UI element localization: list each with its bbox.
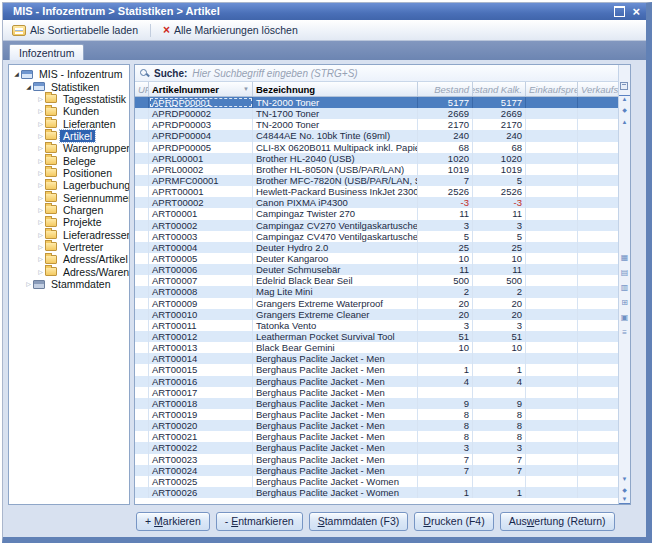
tab-infozentrum[interactable]: Infozentrum <box>9 44 84 60</box>
table-row[interactable]: ART00005Deuter Kangaroo1010 <box>135 253 619 264</box>
tree-item-statistiken[interactable]: ◢Statistiken <box>9 80 129 92</box>
table-row[interactable]: ART00020Berghaus Paclite Jacket - Men88 <box>135 420 619 431</box>
table-row[interactable]: ART00001Campingaz Twister 2701111 <box>135 208 619 219</box>
table-row[interactable]: ART00011Tatonka Vento33 <box>135 320 619 331</box>
expand-icon[interactable]: ▷ <box>36 144 45 152</box>
tree-item-adress-warengruppen[interactable]: ▷Adress/Warengruppen <box>9 266 129 278</box>
expand-icon[interactable]: ▷ <box>36 107 45 115</box>
search-bar[interactable]: Suche: Hier Suchbegriff eingeben (STRG+S… <box>135 65 630 82</box>
table-row[interactable]: ART00013Black Bear Gemini1010 <box>135 342 619 353</box>
table-row[interactable]: ART00018Berghaus Paclite Jacket - Men99 <box>135 398 619 409</box>
table-row[interactable]: ART00017Berghaus Paclite Jacket - Men <box>135 387 619 398</box>
tree-item-lagerbuchungen[interactable]: ▷Lagerbuchungen <box>9 179 129 191</box>
restore-window-icon[interactable] <box>614 6 625 17</box>
column-header-einkaufspreis[interactable]: Einkaufspreis <box>526 82 578 96</box>
column-chooser-icon[interactable] <box>620 82 628 90</box>
expand-icon[interactable]: ▷ <box>36 206 45 214</box>
expand-icon[interactable]: ▷ <box>36 95 45 103</box>
load-sort-table-button[interactable]: Als Sortiertabelle laden <box>8 23 142 37</box>
table-row[interactable]: ART00009Grangers Extreme Waterproof2020 <box>135 298 619 309</box>
expand-icon[interactable]: ▷ <box>36 169 45 177</box>
table-row[interactable]: ART00021Berghaus Paclite Jacket - Men88 <box>135 431 619 442</box>
tree-item-belege[interactable]: ▷Belege <box>9 154 129 166</box>
table-row[interactable]: APRDP00001TN-2000 Toner51775177 <box>135 97 619 108</box>
table-row[interactable]: APRT00001Hewlett-Packard Business InkJet… <box>135 186 619 197</box>
footer-button-drucken-f4[interactable]: Drucken (F4) <box>414 512 493 531</box>
collapse-icon[interactable]: ◢ <box>24 83 33 91</box>
tree-item-vertreter[interactable]: ▷Vertreter <box>9 241 129 253</box>
table-row[interactable]: APRL00002Brother HL-8050N (USB/PAR/LAN)1… <box>135 164 619 175</box>
column-header-verkaufspreis[interactable]: Verkaufspreis <box>578 82 619 96</box>
list-icon[interactable]: ≡ <box>619 328 630 337</box>
tree-item-warengruppen[interactable]: ▷Warengruppen <box>9 142 129 154</box>
grid-summary-icon[interactable]: ▦ <box>619 253 630 262</box>
table-row[interactable]: APRDP00003TN-2000 Toner21702170 <box>135 119 619 130</box>
collapse-icon[interactable]: ◢ <box>12 70 21 78</box>
scroll-nav-icon[interactable]: ◆ <box>619 107 630 114</box>
table-row[interactable]: ART00007Edelrid Black Bear Seil500500 <box>135 275 619 286</box>
table-row[interactable]: ART00019Berghaus Paclite Jacket - Men88 <box>135 409 619 420</box>
table-row[interactable]: APRL00001Brother HL-2040 (USB)10201020 <box>135 153 619 164</box>
scroll-to-top-icon[interactable]: ▲ <box>619 95 630 103</box>
table-row[interactable]: APRDP00005CLI-8X 0620B011 Multipack inkl… <box>135 142 619 153</box>
table-row[interactable]: APRMFC00001Brother MFC-7820N (USB/PAR/LA… <box>135 175 619 186</box>
footer-button-auswertung-return[interactable]: Auswertung (Return) <box>500 512 615 531</box>
expand-icon[interactable]: ▷ <box>36 218 45 226</box>
scroll-down-icon[interactable]: ▼ <box>619 476 630 483</box>
table-row[interactable]: ART00023Berghaus Paclite Jacket - Men77 <box>135 454 619 465</box>
expand-icon[interactable]: ▷ <box>36 157 45 165</box>
table-row[interactable]: ART00024Berghaus Paclite Jacket - Men77 <box>135 465 619 476</box>
table-row[interactable]: ART00002Campingaz CV270 Ventilgaskartusc… <box>135 220 619 231</box>
tree-item-artikel[interactable]: ▷Artikel <box>9 130 129 142</box>
tree-item-lieferanten[interactable]: ▷Lieferanten <box>9 117 129 129</box>
table-row[interactable]: ART00006Deuter Schmusebär1111 <box>135 264 619 275</box>
scroll-nav2-icon[interactable]: ◆ <box>619 487 630 494</box>
tree-item-projekte[interactable]: ▷Projekte <box>9 216 129 228</box>
table-row[interactable]: ART00012Leatherman Pocket Survival Tool5… <box>135 331 619 342</box>
expand-icon[interactable]: ▷ <box>36 243 45 251</box>
column-header-bestand-kalk-[interactable]: Bestand Kalk. <box>473 82 526 96</box>
column-header-artikelnummer[interactable]: Artikelnummer▼ <box>149 82 253 96</box>
table-row[interactable]: ART00022Berghaus Paclite Jacket - Men33 <box>135 442 619 453</box>
tree-item-chargen[interactable]: ▷Chargen <box>9 204 129 216</box>
select-cell-icon[interactable]: ▣ <box>619 313 630 322</box>
tree-item-kunden[interactable]: ▷Kunden <box>9 105 129 117</box>
table-row[interactable]: ART00010Grangers Extreme Cleaner2020 <box>135 309 619 320</box>
add-column-icon[interactable]: ⊞ <box>619 298 630 307</box>
clear-marks-button[interactable]: × Alle Markierungen löschen <box>159 23 302 37</box>
table-row[interactable]: ART00025Berghaus Paclite Jacket - Women <box>135 476 619 487</box>
column-header-bezeichnung[interactable]: Bezeichnung <box>253 82 418 96</box>
tree-item-seriennummern[interactable]: ▷Seriennummern <box>9 191 129 203</box>
table-row[interactable]: ART00008Mag Lite Mini22 <box>135 286 619 297</box>
expand-icon[interactable]: ▷ <box>36 268 45 276</box>
table-row[interactable]: APRT00002Canon PIXMA iP4300-3-3 <box>135 197 619 208</box>
footer-button-markieren[interactable]: + Markieren <box>136 512 210 531</box>
tree-item-lieferadressen[interactable]: ▷Lieferadressen <box>9 228 129 240</box>
table-row[interactable]: ART00016Berghaus Paclite Jacket - Men44 <box>135 376 619 387</box>
expand-icon[interactable]: ▷ <box>36 194 45 202</box>
tree-item-tagesstatistik[interactable]: ▷Tagesstatistik <box>9 93 129 105</box>
layout-icon[interactable]: ▤ <box>619 268 630 277</box>
column-header-bestand[interactable]: Bestand <box>418 82 473 96</box>
expand-icon[interactable]: ▷ <box>36 181 45 189</box>
close-window-icon[interactable]: × <box>632 5 640 18</box>
tree-item-adress-artikel[interactable]: ▷Adress/Artikel <box>9 253 129 265</box>
tree-item-stammdaten[interactable]: ▷Stammdaten <box>9 278 129 290</box>
tree-item-positionen[interactable]: ▷Positionen <box>9 167 129 179</box>
tree-item-mis-infozentrum[interactable]: ◢MIS - Infozentrum <box>9 68 129 80</box>
expand-icon[interactable]: ▷ <box>36 120 45 128</box>
footer-button-stammdaten-f3[interactable]: Stammdaten (F3) <box>309 512 409 531</box>
scroll-up-icon[interactable]: ▲ <box>619 119 630 126</box>
table-row[interactable]: ART00015Berghaus Paclite Jacket - Men11 <box>135 364 619 375</box>
footer-button-entmarkieren[interactable]: - Entmarkieren <box>216 512 303 531</box>
expand-icon[interactable]: ▷ <box>36 132 45 140</box>
expand-icon[interactable]: ▷ <box>24 280 33 288</box>
table-row[interactable]: ART00014Berghaus Paclite Jacket - Men <box>135 353 619 364</box>
table-row[interactable]: APRDP00004C4844AE No. 10bk Tinte (69ml)2… <box>135 130 619 141</box>
scroll-to-bottom-icon[interactable]: ▼ <box>619 496 630 504</box>
expand-icon[interactable]: ▷ <box>36 231 45 239</box>
table-row[interactable]: ART00026Berghaus Paclite Jacket - Women1… <box>135 487 619 498</box>
split-view-icon[interactable]: ▥ <box>619 283 630 292</box>
expand-icon[interactable]: ▷ <box>36 255 45 263</box>
table-row[interactable]: ART00003Campingaz CV470 Ventilgaskartusc… <box>135 231 619 242</box>
